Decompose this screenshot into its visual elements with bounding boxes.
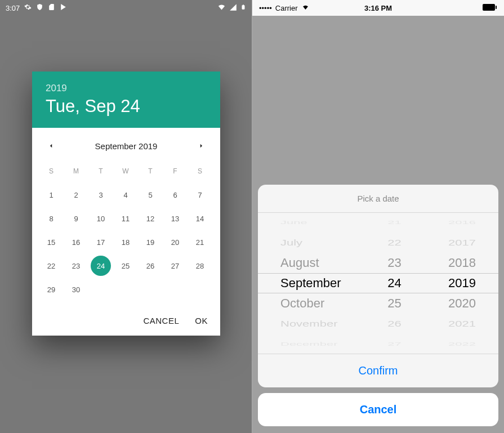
day-cell[interactable]: 30 bbox=[64, 278, 88, 301]
month-navigation: September 2019 bbox=[32, 128, 220, 159]
weekday-header: M bbox=[64, 159, 88, 183]
ios-action-sheet: Pick a date JuneJulyAugustSeptemberOctob… bbox=[258, 185, 498, 426]
day-cell[interactable]: 16 bbox=[64, 230, 88, 254]
day-cell[interactable]: 1 bbox=[39, 183, 64, 207]
day-cell[interactable]: 3 bbox=[88, 183, 113, 207]
svg-rect-1 bbox=[496, 6, 497, 9]
wheel-item[interactable]: 2018 bbox=[448, 253, 476, 273]
wheel-item[interactable]: 24 bbox=[387, 273, 401, 293]
android-screen: 3:07 2019 Tue, Sep 24 September 2019 bbox=[0, 0, 252, 433]
day-cell[interactable]: 24 bbox=[91, 256, 111, 276]
weekday-header: S bbox=[39, 159, 64, 183]
wheel-item[interactable]: 22 bbox=[387, 235, 401, 249]
wheel-item[interactable]: 25 bbox=[387, 293, 401, 314]
day-cell[interactable]: 15 bbox=[39, 230, 64, 254]
gear-icon bbox=[24, 3, 32, 12]
header-year[interactable]: 2019 bbox=[46, 83, 207, 94]
wheel-item[interactable]: June bbox=[280, 218, 307, 226]
wheel-item[interactable]: July bbox=[280, 235, 302, 249]
day-cell[interactable]: 27 bbox=[163, 254, 188, 278]
wheel-item[interactable]: 26 bbox=[387, 316, 401, 331]
day-cell[interactable]: 28 bbox=[188, 254, 212, 278]
picker-panel: Pick a date JuneJulyAugustSeptemberOctob… bbox=[258, 185, 498, 387]
statusbar-time: 3:07 bbox=[6, 4, 20, 12]
wheel-item[interactable]: September bbox=[280, 273, 341, 293]
day-cell[interactable]: 13 bbox=[163, 207, 188, 230]
wheel-item[interactable]: August bbox=[280, 253, 319, 273]
day-wheel[interactable]: 21222324252627 bbox=[372, 213, 417, 354]
day-cell[interactable]: 2 bbox=[64, 183, 88, 207]
cancel-button[interactable]: Cancel bbox=[258, 393, 498, 426]
wheel-item[interactable]: October bbox=[280, 293, 324, 314]
day-cell[interactable]: 7 bbox=[188, 183, 212, 207]
wifi-icon bbox=[301, 4, 310, 12]
wheel-item[interactable]: 27 bbox=[387, 340, 401, 348]
day-cell[interactable]: 12 bbox=[138, 207, 163, 230]
wheel-item[interactable]: 2019 bbox=[448, 273, 476, 293]
day-cell[interactable]: 21 bbox=[188, 230, 212, 254]
wheel-item[interactable]: 21 bbox=[387, 218, 401, 226]
signal-icon bbox=[229, 3, 237, 13]
day-cell[interactable]: 29 bbox=[39, 278, 64, 301]
ios-screen: ••••• Carrier 3:16 PM Pick a date JuneJu… bbox=[252, 0, 504, 433]
day-cell[interactable]: 22 bbox=[39, 254, 64, 278]
date-wheels[interactable]: JuneJulyAugustSeptemberOctoberNovemberDe… bbox=[258, 213, 498, 354]
day-cell[interactable]: 11 bbox=[113, 207, 138, 230]
header-date[interactable]: Tue, Sep 24 bbox=[46, 96, 207, 117]
android-statusbar: 3:07 bbox=[0, 0, 252, 16]
wheel-item[interactable]: November bbox=[280, 316, 337, 331]
dialog-actions: CANCEL OK bbox=[32, 307, 220, 336]
day-cell[interactable]: 19 bbox=[138, 230, 163, 254]
day-cell[interactable]: 10 bbox=[88, 207, 113, 230]
picker-title: Pick a date bbox=[258, 185, 498, 213]
day-cell[interactable]: 20 bbox=[163, 230, 188, 254]
wheel-item[interactable]: 2020 bbox=[448, 293, 476, 314]
wheel-item[interactable]: 2017 bbox=[448, 235, 476, 249]
weekday-header: W bbox=[113, 159, 138, 183]
day-cell[interactable]: 4 bbox=[113, 183, 138, 207]
weekday-header: T bbox=[88, 159, 113, 183]
statusbar-time: 3:16 PM bbox=[364, 4, 392, 12]
wifi-icon bbox=[217, 3, 226, 13]
ok-button[interactable]: OK bbox=[195, 316, 208, 325]
next-month-button[interactable] bbox=[193, 138, 209, 154]
weekday-header: S bbox=[188, 159, 212, 183]
wheel-item[interactable]: 23 bbox=[387, 253, 401, 273]
picker-header: 2019 Tue, Sep 24 bbox=[32, 72, 220, 128]
wheel-item[interactable]: 2016 bbox=[448, 218, 476, 226]
wheel-item[interactable]: 2022 bbox=[448, 340, 476, 348]
day-cell[interactable]: 5 bbox=[138, 183, 163, 207]
battery-icon bbox=[240, 3, 246, 13]
carrier-label: Carrier bbox=[275, 4, 298, 12]
confirm-button[interactable]: Confirm bbox=[258, 354, 498, 387]
wheel-item[interactable]: 2021 bbox=[448, 316, 476, 331]
wheel-item[interactable]: December bbox=[280, 340, 337, 348]
day-cell[interactable]: 17 bbox=[88, 230, 113, 254]
day-cell[interactable]: 26 bbox=[138, 254, 163, 278]
svg-rect-0 bbox=[483, 4, 495, 11]
android-date-picker-dialog: 2019 Tue, Sep 24 September 2019 SMTWTFS … bbox=[32, 72, 220, 336]
day-cell[interactable]: 23 bbox=[64, 254, 88, 278]
play-store-icon bbox=[60, 3, 67, 12]
day-cell[interactable]: 25 bbox=[113, 254, 138, 278]
day-cell[interactable]: 14 bbox=[188, 207, 212, 230]
signal-dots-icon: ••••• bbox=[259, 4, 272, 12]
day-cell[interactable]: 6 bbox=[163, 183, 188, 207]
prev-month-button[interactable] bbox=[43, 138, 59, 154]
day-cell[interactable]: 8 bbox=[39, 207, 64, 230]
weekday-header: T bbox=[138, 159, 163, 183]
sd-card-icon bbox=[48, 3, 55, 12]
month-year-label: September 2019 bbox=[95, 141, 158, 151]
calendar-grid: SMTWTFS 12345678910111213141516171819202… bbox=[32, 159, 220, 307]
day-cell[interactable]: 18 bbox=[113, 230, 138, 254]
day-cell[interactable]: 9 bbox=[64, 207, 88, 230]
battery-icon bbox=[483, 4, 497, 12]
shield-icon bbox=[36, 3, 43, 12]
ios-statusbar: ••••• Carrier 3:16 PM bbox=[252, 0, 504, 16]
weekday-header: F bbox=[163, 159, 188, 183]
month-wheel[interactable]: JuneJulyAugustSeptemberOctoberNovemberDe… bbox=[274, 213, 372, 354]
cancel-button[interactable]: CANCEL bbox=[143, 316, 179, 325]
year-wheel[interactable]: 2016201720182019202020212022 bbox=[417, 213, 483, 354]
